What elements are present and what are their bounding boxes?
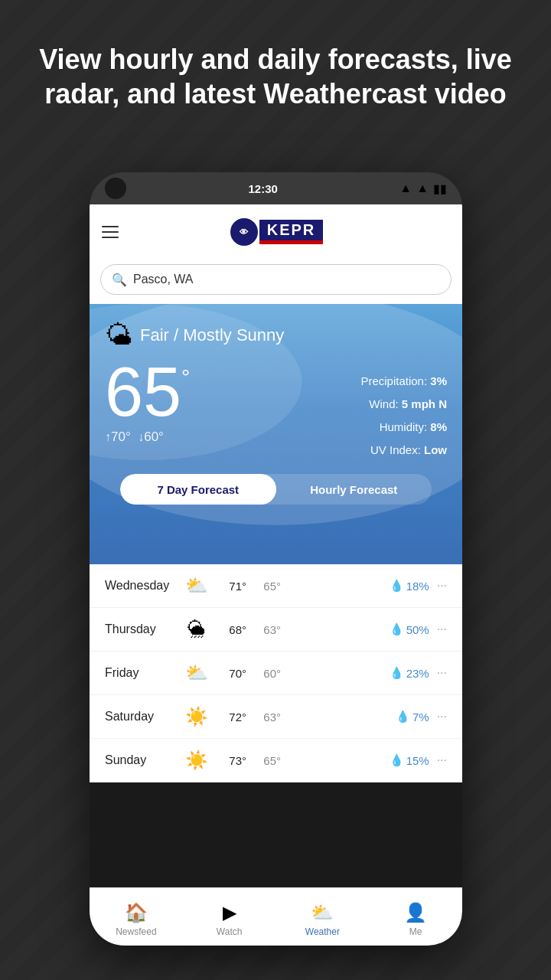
forecast-weather-icon: ☀️ [181,706,212,727]
rain-drop-icon: 💧 [390,579,404,593]
forecast-high: 68° [212,623,246,636]
nav-item-weather[interactable]: ⛅ Weather [276,897,370,937]
search-container: 🔍 Pasco, WA [90,260,462,304]
newsfeed-nav-label: Newsfeed [116,926,156,937]
low-arrow: ↓ [138,430,144,443]
battery-icon: ▮▮ [433,181,447,196]
cbs-eye-icon: 👁 [229,217,259,247]
watch-nav-icon: ▶ [223,902,236,923]
uv-stat: UV Index: Low [360,439,447,462]
kepr-text: KEPR [259,220,324,240]
weather-hero: 🌤 Fair / Mostly Sunny 65° ↑70° ↓60° Prec… [90,304,462,564]
condition-row: 🌤 Fair / Mostly Sunny [105,319,447,351]
search-input[interactable]: Pasco, WA [133,273,194,286]
kepr-logo: 👁 KEPR [229,217,324,247]
search-icon: 🔍 [112,273,127,287]
watch-nav-label: Watch [217,926,243,937]
forecast-high: 71° [212,580,246,593]
condition-icon: 🌤 [105,319,132,351]
newsfeed-nav-icon: 🏠 [125,902,148,923]
nav-item-watch[interactable]: ▶ Watch [183,897,276,937]
forecast-row[interactable]: Saturday ☀️ 72° 63° 💧7% ··· [90,695,462,739]
forecast-low: 65° [246,754,281,767]
forecast-precipitation: 💧23% [281,666,429,680]
seven-day-tab[interactable]: 7 Day Forecast [120,474,276,505]
app-header: 👁 KEPR [90,204,462,260]
temperature-value: 65 [105,358,181,426]
temperature-block: 65° ↑70° ↓60° [105,358,190,445]
wifi-icon: ▲ [399,181,412,195]
temp-stats-row: 65° ↑70° ↓60° Precipitation: 3% Wind: 5 … [105,358,447,462]
forecast-list: Wednesday ⛅ 71° 65° 💧18% ··· Thursday 🌦 … [90,564,462,782]
hamburger-menu[interactable] [102,226,119,238]
forecast-weather-icon: ☀️ [181,750,212,771]
forecast-day: Saturday [105,710,181,724]
degree-symbol: ° [181,367,190,388]
forecast-precipitation: 💧50% [281,622,429,636]
forecast-day: Friday [105,666,181,680]
forecast-more-button[interactable]: ··· [437,710,447,724]
search-bar[interactable]: 🔍 Pasco, WA [100,264,452,295]
temperature-main: 65° [105,358,190,426]
wind-value: 5 mph N [402,397,447,410]
precipitation-value: 3% [430,374,447,387]
signal-icon: ▲ [416,181,429,195]
condition-text: Fair / Mostly Sunny [140,325,284,345]
camera-notch [105,178,126,199]
bottom-nav: 🏠 Newsfeed ▶ Watch ⛅ Weather 👤 Me [90,887,462,946]
forecast-day: Thursday [105,622,181,636]
status-bar: 12:30 ▲ ▲ ▮▮ [90,172,462,204]
humidity-stat: Humidity: 8% [360,416,447,439]
weather-nav-label: Weather [305,926,340,937]
forecast-weather-icon: ⛅ [181,575,212,596]
forecast-low: 63° [246,710,281,724]
forecast-more-button[interactable]: ··· [437,753,447,767]
rain-drop-icon: 💧 [390,666,404,680]
forecast-precipitation: 💧7% [281,710,429,724]
forecast-row[interactable]: Friday ⛅ 70° 60° 💧23% ··· [90,652,462,695]
forecast-more-button[interactable]: ··· [437,666,447,680]
me-nav-label: Me [409,926,422,937]
rain-drop-icon: 💧 [390,622,404,636]
status-time: 12:30 [248,182,277,195]
status-icons: ▲ ▲ ▮▮ [399,181,447,196]
high-arrow: ↑ [105,430,111,443]
tagline: View hourly and daily forecasts, live ra… [31,42,520,111]
wind-stat: Wind: 5 mph N [360,393,447,416]
forecast-day: Wednesday [105,579,181,593]
rain-drop-icon: 💧 [390,753,404,767]
humidity-value: 8% [430,420,447,433]
forecast-low: 65° [246,580,281,593]
temp-range: ↑70° ↓60° [105,430,190,445]
temp-low: 60° [144,430,164,444]
forecast-day: Sunday [105,753,181,767]
forecast-high: 73° [212,754,246,767]
forecast-row[interactable]: Sunday ☀️ 73° 65° 💧15% ··· [90,739,462,782]
me-nav-icon: 👤 [404,902,427,923]
forecast-more-button[interactable]: ··· [437,579,447,593]
forecast-high: 72° [212,710,246,724]
forecast-row[interactable]: Wednesday ⛅ 71° 65° 💧18% ··· [90,564,462,608]
kepr-red-bar [259,240,324,244]
phone-shell: 12:30 ▲ ▲ ▮▮ 👁 KEPR 🔍 Pasco, WA 🌤 Fa [90,172,462,946]
forecast-high: 70° [212,667,246,680]
hourly-tab[interactable]: Hourly Forecast [276,474,432,505]
precipitation-stat: Precipitation: 3% [360,370,447,393]
forecast-more-button[interactable]: ··· [437,622,447,636]
forecast-low: 60° [246,667,281,680]
forecast-row[interactable]: Thursday 🌦 68° 63° 💧50% ··· [90,608,462,652]
uv-value: Low [424,443,447,456]
nav-item-me[interactable]: 👤 Me [369,897,462,937]
forecast-toggle: 7 Day Forecast Hourly Forecast [120,474,432,505]
temp-high: 70° [111,430,131,444]
nav-item-newsfeed[interactable]: 🏠 Newsfeed [90,897,183,937]
forecast-weather-icon: ⛅ [181,662,212,684]
forecast-precipitation: 💧15% [281,753,429,767]
weather-nav-icon: ⛅ [311,902,334,923]
forecast-weather-icon: 🌦 [181,619,212,640]
forecast-precipitation: 💧18% [281,579,429,593]
rain-drop-icon: 💧 [396,710,410,724]
weather-stats: Precipitation: 3% Wind: 5 mph N Humidity… [360,358,447,462]
forecast-low: 63° [246,623,281,636]
